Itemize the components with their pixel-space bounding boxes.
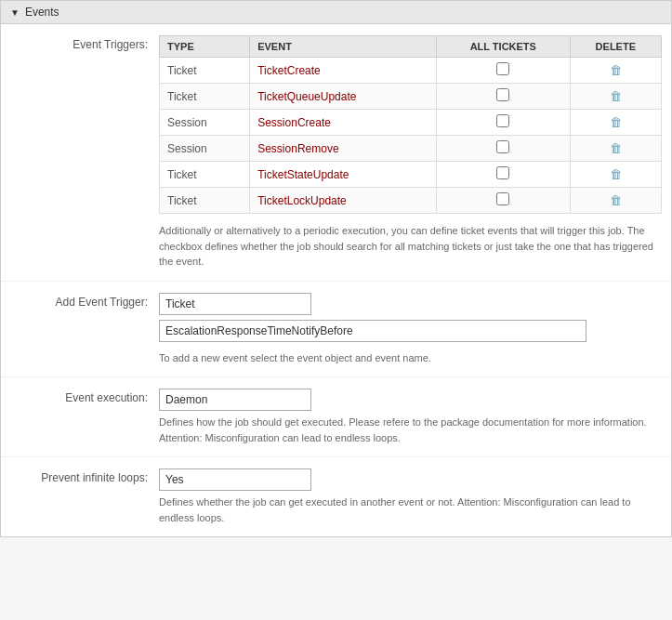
event-execution-input[interactable] xyxy=(159,389,311,411)
event-name-input[interactable] xyxy=(159,320,586,342)
event-execution-field: Defines how the job should get executed.… xyxy=(159,389,662,445)
events-section-content: Event Triggers: TYPE EVENT ALL TICKETS D… xyxy=(0,24,672,537)
event-execution-description: Defines how the job should get executed.… xyxy=(159,415,662,445)
cell-event: TicketQueueUpdate xyxy=(250,84,437,110)
cell-delete[interactable]: 🗑 xyxy=(570,58,661,84)
event-triggers-table: TYPE EVENT ALL TICKETS DELETE TicketTick… xyxy=(159,35,662,214)
all-tickets-checkbox[interactable] xyxy=(496,88,509,101)
table-row: SessionSessionCreate🗑 xyxy=(160,110,662,136)
add-event-trigger-help: To add a new event select the event obje… xyxy=(159,350,662,366)
prevent-loops-description: Defines whether the job can get executed… xyxy=(159,495,662,525)
cell-delete[interactable]: 🗑 xyxy=(570,110,661,136)
delete-icon[interactable]: 🗑 xyxy=(610,63,622,77)
prevent-loops-field: Defines whether the job can get executed… xyxy=(159,468,662,525)
col-all-tickets: ALL TICKETS xyxy=(436,36,570,58)
cell-all-tickets[interactable] xyxy=(436,58,570,84)
table-row: SessionSessionRemove🗑 xyxy=(160,136,662,162)
cell-type: Ticket xyxy=(160,188,250,214)
cell-all-tickets[interactable] xyxy=(436,84,570,110)
cell-event: TicketCreate xyxy=(250,58,437,84)
delete-icon[interactable]: 🗑 xyxy=(610,141,622,155)
events-section-header[interactable]: ▼ Events xyxy=(0,0,672,24)
cell-all-tickets[interactable] xyxy=(436,136,570,162)
event-triggers-row: Event Triggers: TYPE EVENT ALL TICKETS D… xyxy=(1,24,671,282)
prevent-loops-input[interactable] xyxy=(159,468,311,491)
cell-event: TicketStateUpdate xyxy=(250,162,437,188)
col-event: EVENT xyxy=(250,36,437,58)
cell-delete[interactable]: 🗑 xyxy=(570,136,661,162)
add-event-trigger-field: To add a new event select the event obje… xyxy=(159,293,662,366)
cell-delete[interactable]: 🗑 xyxy=(570,188,661,214)
cell-event: SessionRemove xyxy=(250,136,437,162)
all-tickets-checkbox[interactable] xyxy=(496,166,509,179)
event-type-input[interactable] xyxy=(159,293,311,315)
table-row: TicketTicketCreate🗑 xyxy=(160,58,662,84)
cell-event: TicketLockUpdate xyxy=(250,188,437,214)
prevent-loops-row: Prevent infinite loops: Defines whether … xyxy=(1,457,671,536)
delete-icon[interactable]: 🗑 xyxy=(610,115,622,129)
event-execution-label: Event execution: xyxy=(10,389,159,404)
section-title: Events xyxy=(25,6,59,19)
all-tickets-checkbox[interactable] xyxy=(496,62,509,75)
col-delete: DELETE xyxy=(570,36,661,58)
all-tickets-checkbox[interactable] xyxy=(496,140,509,153)
section-arrow: ▼ xyxy=(10,7,20,18)
event-execution-row: Event execution: Defines how the job sho… xyxy=(1,377,671,457)
cell-type: Ticket xyxy=(160,58,250,84)
event-triggers-label: Event Triggers: xyxy=(10,35,159,51)
all-tickets-checkbox[interactable] xyxy=(496,192,509,205)
cell-type: Session xyxy=(160,110,250,136)
table-row: TicketTicketLockUpdate🗑 xyxy=(160,188,662,214)
cell-type: Ticket xyxy=(160,84,250,110)
table-row: TicketTicketStateUpdate🗑 xyxy=(160,162,662,188)
cell-delete[interactable]: 🗑 xyxy=(570,162,661,188)
cell-all-tickets[interactable] xyxy=(436,162,570,188)
cell-type: Ticket xyxy=(160,162,250,188)
delete-icon[interactable]: 🗑 xyxy=(610,167,622,181)
cell-all-tickets[interactable] xyxy=(436,110,570,136)
delete-icon[interactable]: 🗑 xyxy=(610,193,622,207)
col-type: TYPE xyxy=(160,36,250,58)
event-triggers-description: Additionally or alternatively to a perio… xyxy=(159,223,662,270)
table-row: TicketTicketQueueUpdate🗑 xyxy=(160,84,662,110)
add-event-trigger-label: Add Event Trigger: xyxy=(10,293,159,309)
all-tickets-checkbox[interactable] xyxy=(496,114,509,127)
cell-event: SessionCreate xyxy=(250,110,437,136)
prevent-loops-label: Prevent infinite loops: xyxy=(10,468,159,484)
cell-delete[interactable]: 🗑 xyxy=(570,84,661,110)
event-triggers-field: TYPE EVENT ALL TICKETS DELETE TicketTick… xyxy=(159,35,662,270)
delete-icon[interactable]: 🗑 xyxy=(610,89,622,103)
add-event-trigger-row: Add Event Trigger: To add a new event se… xyxy=(1,282,671,378)
cell-type: Session xyxy=(160,136,250,162)
cell-all-tickets[interactable] xyxy=(436,188,570,214)
